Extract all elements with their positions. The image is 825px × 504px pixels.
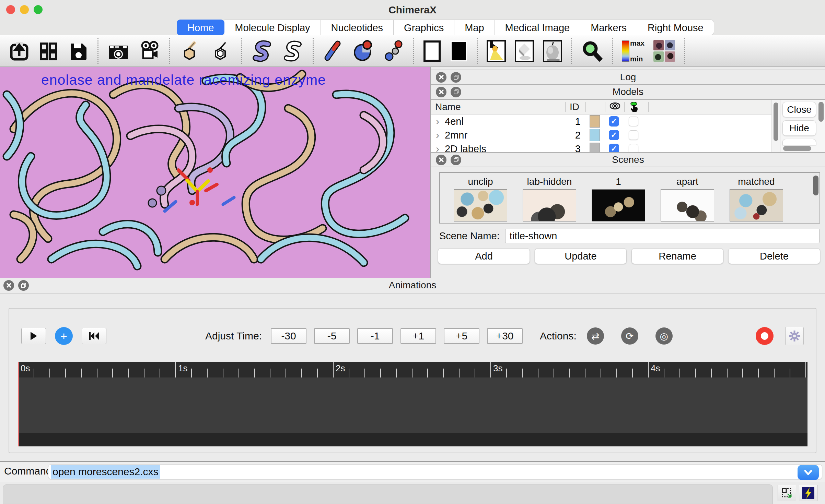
model-name: 2mnr <box>445 130 467 141</box>
record-button[interactable] <box>756 327 774 345</box>
scene-thumbnail[interactable] <box>523 189 576 221</box>
simple-lighting-button[interactable] <box>487 40 506 62</box>
tab-home[interactable]: Home <box>177 20 224 35</box>
adjust-minus-1-button[interactable]: -1 <box>357 328 393 344</box>
scene-delete-button[interactable]: Delete <box>728 248 820 264</box>
models-side-hscrollbar[interactable] <box>783 146 811 151</box>
full-lighting-button[interactable] <box>543 40 562 62</box>
adjust-plus-30-button[interactable]: +30 <box>487 328 523 344</box>
resize-graphics-button[interactable] <box>778 485 796 501</box>
column-id[interactable]: ID <box>565 102 585 112</box>
selection-resize-icon <box>781 487 793 499</box>
soft-lighting-button[interactable] <box>515 40 534 62</box>
model-select-checkbox[interactable] <box>629 130 638 140</box>
map-slices-button[interactable] <box>653 40 675 62</box>
scene-item[interactable]: unclip <box>454 174 507 223</box>
add-keyframe-button[interactable]: + <box>55 327 73 345</box>
disclosure-chevron[interactable]: › <box>436 143 439 152</box>
scene-name-input[interactable] <box>505 229 820 243</box>
scene-item[interactable]: matched <box>730 174 783 223</box>
fast-mode-button[interactable] <box>799 485 817 501</box>
model-row[interactable]: ›4enl 1 ✓ <box>431 115 771 128</box>
scene-update-button[interactable]: Update <box>535 248 627 264</box>
tab-molecule-display[interactable]: Molecule Display <box>224 20 321 35</box>
model-shown-checkbox[interactable]: ✓ <box>609 144 619 152</box>
play-button[interactable] <box>21 328 46 344</box>
adjust-minus-5-button[interactable]: -5 <box>314 328 350 344</box>
command-history-dropdown[interactable] <box>798 465 819 480</box>
recent-files-button[interactable] <box>38 41 59 61</box>
open-file-button[interactable] <box>9 41 30 61</box>
tab-markers[interactable]: Markers <box>580 20 637 35</box>
tab-nucleotides[interactable]: Nucleotides <box>321 20 394 35</box>
record-movie-button[interactable] <box>138 41 160 61</box>
scene-item[interactable]: 1 <box>592 174 645 223</box>
scene-rename-button[interactable]: Rename <box>631 248 723 264</box>
animation-timeline[interactable]: 0s1s2s3s4s <box>18 362 807 446</box>
model-color-swatch[interactable] <box>590 129 600 141</box>
model-row[interactable]: ›2D labels 3 ✓ <box>431 142 771 152</box>
command-input[interactable]: open morescenes2.cxs <box>48 464 822 479</box>
snapshot-camera-button[interactable] <box>107 41 129 61</box>
disclosure-chevron[interactable]: › <box>436 116 439 127</box>
map-colormap-button[interactable]: max min <box>622 39 644 63</box>
save-session-button[interactable] <box>68 41 89 61</box>
model-color-swatch[interactable] <box>590 143 600 152</box>
scene-item[interactable]: apart <box>661 174 714 223</box>
timeline-footer-track[interactable] <box>18 433 807 446</box>
model-color-swatch[interactable] <box>590 115 600 128</box>
column-name[interactable]: Name <box>431 102 565 112</box>
white-background-button[interactable] <box>423 40 441 62</box>
scenes-scrollbar[interactable] <box>813 176 818 195</box>
model-select-checkbox[interactable] <box>629 117 638 126</box>
tab-map[interactable]: Map <box>454 20 495 35</box>
black-background-button[interactable] <box>450 40 468 62</box>
show-cartoon-button[interactable] <box>251 40 273 62</box>
scene-thumbnail[interactable] <box>592 189 645 221</box>
loop-action-button[interactable]: ⟳ <box>621 327 638 345</box>
models-hide-button[interactable]: Hide <box>782 120 816 136</box>
tab-medical-image[interactable]: Medical Image <box>495 20 581 35</box>
tab-graphics[interactable]: Graphics <box>394 20 454 35</box>
timeline-ruler[interactable]: 0s1s2s3s4s <box>18 362 807 377</box>
adjust-plus-1-button[interactable]: +1 <box>400 328 436 344</box>
show-atoms-button[interactable] <box>179 40 201 62</box>
scene-thumbnail[interactable] <box>730 189 783 221</box>
rewind-button[interactable] <box>82 328 106 344</box>
column-select[interactable] <box>624 102 648 112</box>
command-text-selected: open morescenes2.cxs <box>51 465 160 479</box>
models-scrollbar[interactable] <box>771 100 780 152</box>
ball-stick-style-button[interactable] <box>384 40 404 62</box>
zoom-view-button[interactable] <box>581 40 603 62</box>
stick-style-button[interactable] <box>323 40 343 62</box>
adjust-minus-30-button[interactable]: -30 <box>271 328 306 344</box>
model-row[interactable]: ›2mnr 2 ✓ <box>431 128 771 142</box>
settings-gear-button[interactable] <box>785 327 804 345</box>
swap-action-button[interactable]: ⇄ <box>587 327 604 345</box>
model-shown-checkbox[interactable]: ✓ <box>609 116 619 127</box>
target-action-button[interactable]: ◎ <box>655 327 673 345</box>
column-shown[interactable] <box>605 102 624 112</box>
model-shown-checkbox[interactable]: ✓ <box>609 130 619 140</box>
adjust-plus-5-button[interactable]: +5 <box>444 328 479 344</box>
disclosure-chevron[interactable]: › <box>436 129 439 141</box>
timeline-time-label: 4s <box>651 363 660 374</box>
sphere-style-button[interactable] <box>352 40 375 62</box>
tab-right-mouse[interactable]: Right Mouse <box>637 20 714 35</box>
gear-icon <box>789 330 800 342</box>
timeline-playhead[interactable] <box>18 362 19 446</box>
models-close-button[interactable]: Close <box>782 102 816 117</box>
scene-item[interactable]: lab-hidden <box>523 174 576 223</box>
models-side-scrollbar[interactable] <box>818 102 824 122</box>
hide-cartoon-button[interactable] <box>282 40 304 62</box>
timeline-track[interactable] <box>18 377 807 433</box>
models-more-button[interactable] <box>782 139 816 145</box>
graphics-viewport[interactable]: enolase and mandelate racemizing enzyme <box>0 67 430 278</box>
scene-thumbnail[interactable] <box>661 189 714 221</box>
model-select-checkbox[interactable] <box>629 144 638 152</box>
scene-thumbnail[interactable] <box>454 189 507 221</box>
lightning-icon <box>801 486 815 500</box>
scene-add-button[interactable]: Add <box>438 248 530 264</box>
hide-atoms-button[interactable] <box>210 40 232 62</box>
column-color[interactable] <box>585 102 605 112</box>
